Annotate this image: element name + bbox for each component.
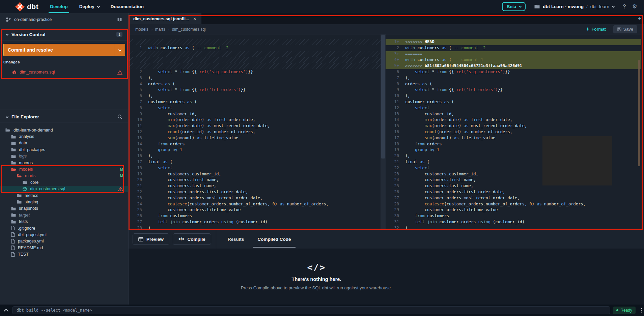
compile-button[interactable]: </> Compile xyxy=(173,233,211,245)
code-line: 7customer_orders as ( xyxy=(129,99,381,105)
diff-pane-left[interactable]: 1with customers as ( -- comment 22 selec… xyxy=(129,34,381,230)
code-line: 1with customers as ( -- comment 2 xyxy=(129,45,381,51)
line-number: 11 xyxy=(386,99,401,105)
version-control-header[interactable]: Version Control 1 xyxy=(0,29,129,40)
table-grid-icon xyxy=(138,237,143,241)
line-number: 26 xyxy=(129,213,144,219)
branch-name: on-demand-practice xyxy=(14,17,52,22)
line-number: 28 xyxy=(386,201,401,207)
line-number: 24 xyxy=(386,177,401,183)
code-gap-row xyxy=(129,51,381,57)
breadcrumb-marts[interactable]: marts xyxy=(155,27,165,32)
tab-results[interactable]: Results xyxy=(226,230,246,249)
chevron-up-icon[interactable] xyxy=(4,309,8,314)
tree-item-label: dbt_packages xyxy=(19,147,45,152)
commit-and-resolve-button[interactable]: Commit and resolve xyxy=(3,44,125,56)
ready-status-badge: Ready xyxy=(613,307,636,314)
gear-icon[interactable]: ⚙ xyxy=(632,3,637,10)
tree-item-snapshots[interactable]: snapshots xyxy=(0,205,129,212)
tree-item-logs[interactable]: logs xyxy=(0,153,129,160)
help-icon[interactable]: ? xyxy=(623,4,626,10)
tree-item-label: data xyxy=(19,141,27,145)
code-icon: </> xyxy=(198,262,435,272)
code-gap-row xyxy=(129,39,381,45)
line-number: 19 xyxy=(129,171,144,177)
tree-item-analysis[interactable]: analysis xyxy=(0,133,129,140)
tree-item-core[interactable]: core xyxy=(0,179,129,185)
command-input[interactable] xyxy=(12,306,610,314)
line-number: 3+ xyxy=(386,51,401,57)
breadcrumb-file[interactable]: dim_customers.sql xyxy=(172,27,206,32)
line-number: 9 xyxy=(386,87,401,93)
overview-ruler xyxy=(638,60,640,166)
tree-item-models[interactable]: modelsM xyxy=(0,166,129,172)
file-tree: dbt-learn-on-demandanalysisdatadbt_packa… xyxy=(0,127,129,258)
tree-item-metrics[interactable]: metrics xyxy=(0,192,129,199)
diff-editor[interactable]: 1with customers as ( -- comment 22 selec… xyxy=(129,34,644,230)
pane-divider[interactable] xyxy=(381,34,386,230)
save-icon xyxy=(617,27,621,31)
tree-item-target[interactable]: target xyxy=(0,212,129,218)
overflow-menu-icon[interactable]: ⋮ xyxy=(639,307,644,313)
brand-wordmark: dbt xyxy=(27,3,38,11)
code-line: 29 customer_orders.lifetime_value xyxy=(386,207,641,213)
tree-item-macros[interactable]: macros xyxy=(0,160,129,166)
tree-item-test[interactable]: TEST xyxy=(0,251,129,257)
code-line: 4+with customers as ( -- comment 1 xyxy=(386,57,641,63)
tree-item-tests[interactable]: tests xyxy=(0,218,129,225)
chevron-down-icon xyxy=(97,4,100,8)
tree-item--gitignore[interactable]: .gitignore xyxy=(0,225,129,231)
beta-dropdown[interactable]: Beta xyxy=(502,2,526,11)
diff-pane-right[interactable]: 1+<<<<<<< HEAD2with customers as ( -- co… xyxy=(386,34,641,230)
tree-item-dbt-packages[interactable]: dbt_packages xyxy=(0,146,129,153)
tree-item-dbt-project-yml[interactable]: dbt_project.yml xyxy=(0,231,129,238)
code-line: 7), xyxy=(386,75,641,81)
breadcrumb-models[interactable]: models xyxy=(135,27,148,32)
code-line: 10), xyxy=(386,93,641,99)
scrollbar-thumb[interactable] xyxy=(381,35,385,159)
line-number: 6 xyxy=(129,93,144,99)
tree-item-label: dbt-learn-on-demand xyxy=(13,128,53,133)
commit-options-dropdown[interactable] xyxy=(114,44,125,56)
code-icon: </> xyxy=(178,237,184,241)
tree-item-readme-md[interactable]: README.md xyxy=(0,245,129,251)
save-button[interactable]: Save xyxy=(613,25,637,33)
line-number: 2 xyxy=(129,69,144,75)
nav-documentation[interactable]: Documentation xyxy=(111,0,144,13)
code-line: 30 from customers xyxy=(386,213,641,219)
changed-file-item[interactable]: dim_customers.sql xyxy=(0,68,129,76)
dbt-logo[interactable]: dbt xyxy=(15,2,38,12)
tree-item-data[interactable]: data xyxy=(0,140,129,146)
search-icon[interactable] xyxy=(117,114,122,119)
file-explorer-header[interactable]: File Explorer xyxy=(0,111,129,122)
tree-item-dim-customers-sql[interactable]: dim_customers.sql xyxy=(0,186,129,192)
dbt-cloud-ide-window: dbt Develop Deploy Documentation Beta db… xyxy=(0,0,644,316)
line-number: 8 xyxy=(129,105,144,111)
tree-item-marts[interactable]: martsM xyxy=(0,173,129,179)
line-number: 20 xyxy=(386,153,401,159)
code-line: 15 group by 1 xyxy=(129,147,381,153)
line-number: 25 xyxy=(386,183,401,189)
nav-deploy[interactable]: Deploy xyxy=(79,0,99,13)
preview-button[interactable]: Preview xyxy=(133,233,169,245)
code-line: 5 select * from {{ ref('fct_orders')}} xyxy=(129,87,381,93)
tree-item-staging[interactable]: staging xyxy=(0,199,129,205)
add-tab-icon[interactable]: + xyxy=(638,15,641,22)
tab-dim-customers[interactable]: dim_customers.sql (confli... ✕ xyxy=(129,13,201,24)
nav-develop[interactable]: Develop xyxy=(50,0,68,13)
format-button[interactable]: ✦ Format xyxy=(586,27,606,32)
line-number: 22 xyxy=(129,189,144,195)
tree-item-dbt-learn-on-demand[interactable]: dbt-learn-on-demand xyxy=(0,127,129,133)
code-line: 16), xyxy=(129,153,381,159)
tree-item-packages-yml[interactable]: packages.yml xyxy=(0,238,129,245)
environment-selector[interactable]: dbt_learn xyxy=(590,4,614,9)
git-branch-row[interactable]: on-demand-practice xyxy=(0,13,129,26)
line-number: 18 xyxy=(129,165,144,171)
close-icon[interactable]: ✕ xyxy=(193,17,196,21)
tab-compiled-code[interactable]: Compiled Code xyxy=(255,230,293,249)
project-name[interactable]: dbt Learn - mwong xyxy=(543,4,584,9)
folder-icon xyxy=(11,207,16,210)
tree-item-label: dim_customers.sql xyxy=(30,186,65,191)
line-number: 15 xyxy=(129,147,144,153)
docs-book-icon[interactable] xyxy=(117,18,122,22)
